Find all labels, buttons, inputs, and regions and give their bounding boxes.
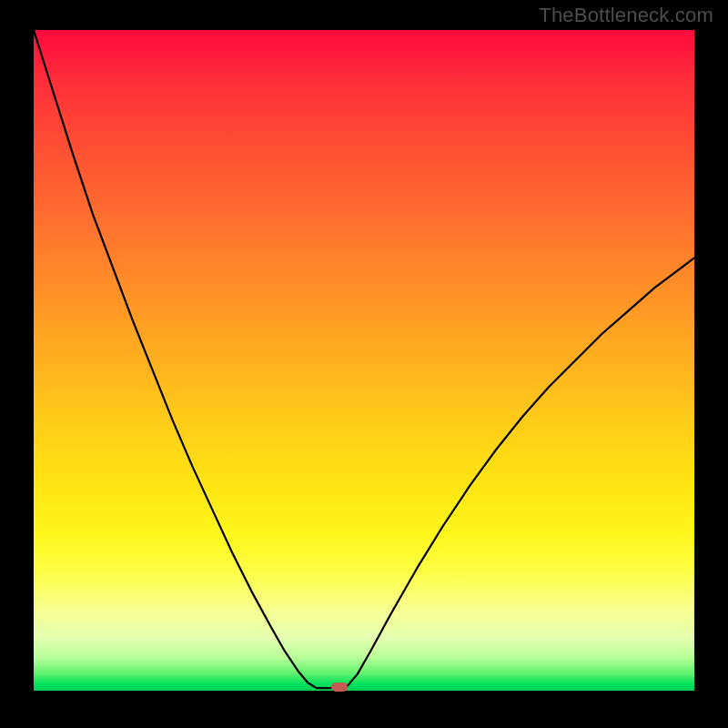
attribution-text: TheBottleneck.com bbox=[539, 4, 713, 27]
plot-area bbox=[34, 30, 694, 691]
chart-frame: TheBottleneck.com bbox=[0, 0, 728, 728]
bottleneck-curve bbox=[34, 30, 694, 691]
optimal-point-marker bbox=[331, 682, 348, 692]
